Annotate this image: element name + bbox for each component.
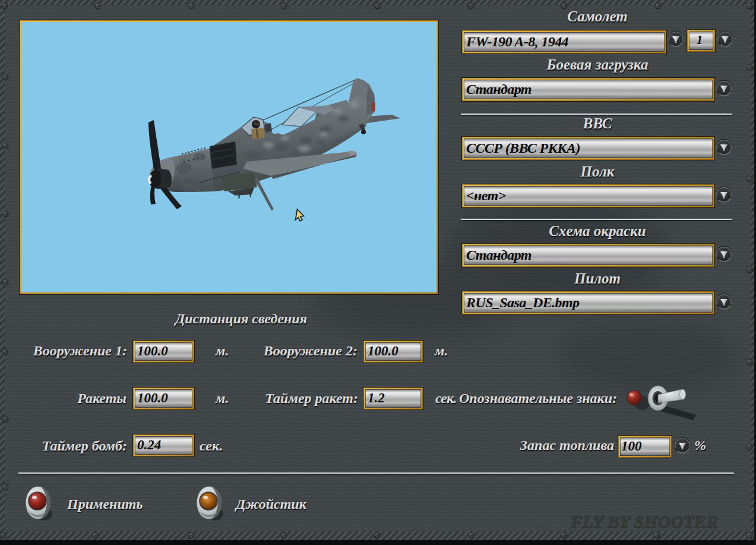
svg-text:FLY BY SHOOTER: FLY BY SHOOTER bbox=[570, 512, 718, 531]
